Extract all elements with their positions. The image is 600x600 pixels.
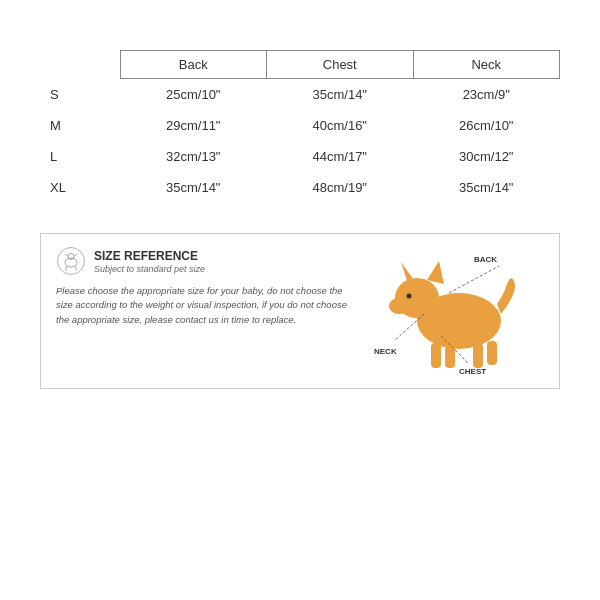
size-cell: L [40, 141, 120, 172]
reference-title-block: SIZE REFERENCE Subject to standard pet s… [94, 248, 205, 274]
neck-cell: 26cm/10" [413, 110, 560, 141]
neck-cell: 23cm/9" [413, 79, 560, 111]
back-cell: 29cm/11" [120, 110, 267, 141]
size-cell: XL [40, 172, 120, 203]
header-back: Back [120, 51, 267, 79]
back-cell: 32cm/13" [120, 141, 267, 172]
svg-line-4 [76, 266, 77, 271]
svg-point-7 [389, 298, 409, 314]
svg-line-3 [66, 266, 67, 271]
size-ref-title: SIZE REFERENCE [94, 249, 198, 263]
chest-cell: 40cm/16" [267, 110, 414, 141]
dog-icon-small [56, 246, 86, 276]
svg-line-15 [449, 266, 499, 293]
table-row: XL 35cm/14" 48cm/19" 35cm/14" [40, 172, 560, 203]
main-container: Back Chest Neck S 25cm/10" 35cm/14" 23cm… [0, 0, 600, 600]
svg-text:CHEST: CHEST [459, 367, 486, 376]
svg-text:NECK: NECK [374, 347, 397, 356]
size-reference-section: SIZE REFERENCE Subject to standard pet s… [40, 233, 560, 389]
svg-rect-10 [431, 343, 441, 368]
svg-marker-9 [401, 262, 413, 281]
svg-rect-13 [487, 341, 497, 365]
reference-right: BACK NECK CHEST [364, 246, 544, 376]
reference-header: SIZE REFERENCE Subject to standard pet s… [56, 246, 348, 276]
svg-point-2 [68, 254, 74, 260]
svg-marker-8 [427, 261, 444, 284]
neck-cell: 35cm/14" [413, 172, 560, 203]
table-row: L 32cm/13" 44cm/17" 30cm/12" [40, 141, 560, 172]
chest-cell: 44cm/17" [267, 141, 414, 172]
svg-rect-11 [445, 346, 455, 368]
chest-cell: 35cm/14" [267, 79, 414, 111]
dog-silhouette: BACK NECK CHEST [369, 246, 539, 376]
back-cell: 25cm/10" [120, 79, 267, 111]
svg-point-0 [58, 248, 85, 275]
svg-point-14 [407, 294, 412, 299]
svg-rect-12 [473, 343, 483, 368]
table-row: M 29cm/11" 40cm/16" 26cm/10" [40, 110, 560, 141]
size-cell: S [40, 79, 120, 111]
size-ref-subtitle: Subject to standard pet size [94, 264, 205, 274]
neck-cell: 30cm/12" [413, 141, 560, 172]
reference-left: SIZE REFERENCE Subject to standard pet s… [56, 246, 348, 376]
size-cell: M [40, 110, 120, 141]
table-row: S 25cm/10" 35cm/14" 23cm/9" [40, 79, 560, 111]
size-table: Back Chest Neck S 25cm/10" 35cm/14" 23cm… [40, 50, 560, 203]
dog-diagram: BACK NECK CHEST [369, 246, 539, 376]
back-cell: 35cm/14" [120, 172, 267, 203]
reference-description: Please choose the appropriate size for y… [56, 284, 348, 327]
header-neck: Neck [413, 51, 560, 79]
header-chest: Chest [267, 51, 414, 79]
chest-cell: 48cm/19" [267, 172, 414, 203]
svg-text:BACK: BACK [474, 255, 497, 264]
